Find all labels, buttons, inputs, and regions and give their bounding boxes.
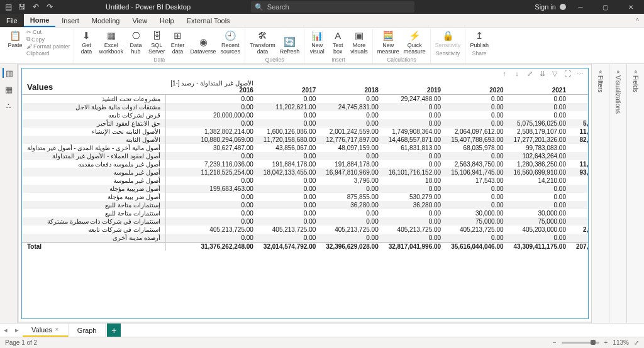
tab-home[interactable]: Home (24, 14, 56, 27)
report-view-icon[interactable]: ▥ (3, 68, 15, 78)
ribbon-tabs: File Home Insert Modeling View Help Exte… (0, 14, 644, 28)
cell: 15,106,941,745.00 (446, 168, 508, 177)
year-header[interactable]: 2017 (258, 79, 321, 95)
sql-icon: 🗄 (150, 30, 163, 42)
report-canvas[interactable]: ↑ ↓ ⤢ ⇊ ▽ ⛶ ⋯ Valuesالأصول غير المتداولة… (19, 65, 591, 322)
visualizations-pane[interactable]: «Visualizations (614, 68, 621, 116)
sensitivity-button[interactable]: 🔒Sensitivity (434, 29, 462, 50)
excel-button[interactable]: ▦Excel workbook (98, 29, 125, 56)
cell: 0.00 (384, 160, 446, 168)
table-row: مشروعات تحت التنفيذ0.000.000.0029,247,48… (22, 95, 588, 104)
year-header[interactable]: 2019 (384, 79, 446, 95)
transform-icon: 🛠 (256, 30, 269, 42)
cell: 0.00 (384, 217, 446, 226)
ribbon-collapse-icon[interactable]: ^ (631, 17, 644, 24)
tab-help[interactable]: Help (153, 14, 180, 27)
zoom-in-icon[interactable]: + (604, 339, 608, 346)
tab-insert[interactable]: Insert (55, 14, 86, 27)
matrix-scroll[interactable]: Valuesالأصول غير المتداولة - رصيد [-1]20… (22, 79, 588, 318)
cell: 405,213,725.00 (446, 226, 508, 234)
page-indicator: Page 1 of 2 (5, 339, 37, 346)
cell: 0.00 (446, 234, 508, 242)
tab-external[interactable]: External Tools (180, 14, 236, 27)
zoom-out-icon[interactable]: − (553, 339, 557, 346)
row-total: 20,000,000.00 (571, 111, 588, 119)
fit-page-icon[interactable]: ⤢ (634, 339, 639, 346)
tab-file[interactable]: File (0, 14, 24, 27)
recent-sources-button[interactable]: 🕘Recent sources (219, 29, 242, 56)
close-icon[interactable]: ✕ (55, 327, 59, 332)
add-page-button[interactable]: + (107, 324, 121, 337)
undo-icon[interactable]: ↶ (30, 1, 42, 13)
new-visual-button[interactable]: 📊New visual (308, 29, 326, 56)
minimize-button[interactable]: ─ (570, 0, 591, 14)
cell: 191,884,178.00 (258, 160, 321, 168)
page-tab-values[interactable]: Values✕ (23, 324, 69, 337)
datahub-button[interactable]: ⎔Data hub (126, 29, 145, 56)
cell: 30,000.00 (446, 209, 508, 217)
data-view-icon[interactable]: ▦ (3, 84, 15, 94)
fields-pane[interactable]: «Fields (632, 68, 639, 95)
cell: 0.00 (509, 103, 571, 111)
cell: 15,407,788,693.00 (446, 136, 508, 144)
year-header[interactable]: 2018 (321, 79, 383, 95)
cell: 0.00 (258, 152, 321, 160)
filter-icon[interactable]: ▽ (550, 70, 559, 78)
row-total: 35,567.00 (571, 177, 588, 185)
cell: 11,202,621.00 (258, 103, 321, 111)
signin-label[interactable]: Sign in (535, 3, 556, 11)
filters-pane[interactable]: «Filters (597, 68, 604, 95)
paste-button[interactable]: 📋Paste (6, 29, 25, 50)
row-total: 60,000.00 (571, 209, 588, 217)
cell: 14,210.00 (509, 177, 571, 185)
drilldown-icon[interactable]: ↓ (513, 70, 521, 78)
tab-modeling[interactable]: Modeling (86, 14, 126, 27)
cell: 405,213,725.00 (384, 226, 446, 234)
cell: 1,600,126,086.00 (258, 128, 321, 136)
transform-button[interactable]: 🛠Transform data (248, 29, 277, 56)
group-clipboard: 📋Paste ✂ Cut ⧉ Copy 🖌 Format painter Cli… (3, 29, 74, 63)
enter-data-button[interactable]: ⊞Enter data (169, 29, 187, 56)
tab-view[interactable]: View (126, 14, 153, 27)
zoom-slider[interactable] (562, 342, 599, 344)
row-label: أصول غير ملموسه دفعات مقدمه (22, 160, 165, 168)
drillup-icon[interactable]: ↑ (500, 70, 509, 78)
focus-icon[interactable]: ⛶ (563, 70, 572, 78)
new-measure-button[interactable]: 🧮New measure (376, 29, 401, 56)
avatar-icon[interactable] (560, 4, 566, 10)
format-painter-button[interactable]: 🖌 Format painter (26, 43, 70, 50)
publish-button[interactable]: ↥Publish (469, 29, 490, 50)
page-next-icon[interactable]: ▸ (11, 324, 23, 337)
maximize-button[interactable]: ▢ (595, 0, 616, 14)
model-view-icon[interactable]: ⛬ (3, 101, 15, 111)
sql-button[interactable]: 🗄SQL Server (147, 29, 167, 56)
refresh-button[interactable]: 🔄Refresh (279, 35, 301, 56)
expand-icon[interactable]: ⤢ (525, 70, 534, 78)
cell: 1,749,908,364.00 (384, 128, 446, 136)
hierarchy-icon[interactable]: ⇊ (538, 70, 547, 78)
cut-button[interactable]: ✂ Cut (26, 29, 70, 35)
page-tab-graph[interactable]: Graph (69, 324, 106, 337)
page-prev-icon[interactable]: ◂ (0, 324, 11, 337)
copy-button[interactable]: ⧉ Copy (26, 36, 70, 43)
year-header[interactable]: 2021 (509, 79, 571, 95)
year-header[interactable]: 2020 (446, 79, 508, 95)
get-data-button[interactable]: ⬇Get data (77, 29, 96, 56)
more-icon[interactable]: ⋯ (575, 70, 584, 78)
cell: 2,001,242,559.00 (321, 128, 383, 136)
matrix-visual[interactable]: ↑ ↓ ⤢ ⇊ ▽ ⛶ ⋯ Valuesالأصول غير المتداولة… (21, 68, 589, 319)
more-visuals-button[interactable]: ▣More visuals (349, 29, 369, 56)
redo-icon[interactable]: ↷ (44, 1, 55, 13)
cell: 530,279.00 (384, 193, 446, 201)
table-row: أصول غير ملموسة0.000.003,796.0018.0017,5… (22, 177, 588, 185)
quick-measure-button[interactable]: ⚡Quick measure (402, 29, 427, 56)
row-label: أصول غير ملموسة (22, 177, 165, 185)
row-label: استثمارات متاحة للبيع (22, 209, 165, 217)
row-label: أرصده مدينة أخرى (22, 234, 165, 242)
save-icon[interactable]: 🖫 (16, 1, 28, 13)
dataverse-button[interactable]: ◉Dataverse (189, 35, 218, 56)
search-box[interactable]: 🔍 Search (251, 1, 414, 13)
cell: 61,831,813.00 (384, 144, 446, 152)
close-button[interactable]: ✕ (620, 0, 641, 14)
textbox-button[interactable]: AText box (328, 29, 347, 56)
